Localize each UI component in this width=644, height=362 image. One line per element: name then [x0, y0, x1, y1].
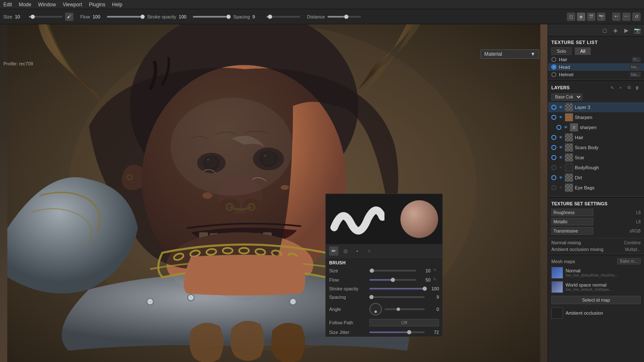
layer-radio-layer3[interactable]: [551, 105, 556, 110]
menu-help[interactable]: Help: [112, 2, 122, 8]
layers-add-icon[interactable]: +: [617, 84, 624, 91]
texture-radio-helmet[interactable]: [551, 72, 556, 77]
layer-radio-scar[interactable]: [551, 155, 556, 160]
layer-eye-dirt[interactable]: 👁: [558, 175, 563, 180]
layer-item-scars-body[interactable]: 👁 Scars Body: [548, 142, 644, 153]
menu-viewport[interactable]: Viewport: [62, 2, 82, 8]
texture-name-helmet: Helmet: [559, 72, 627, 77]
layer-eye-eyebags[interactable]: 👁: [558, 185, 563, 190]
layers-copy-icon[interactable]: ⧉: [626, 84, 632, 91]
layer-item-sharpen-sub[interactable]: 👁 S sharpen: [548, 122, 644, 132]
brush-size-edit-icon[interactable]: ✎: [433, 268, 439, 274]
spacing-slider[interactable]: [267, 16, 300, 18]
layer-item-dirt[interactable]: 👁 Dirt: [548, 173, 644, 183]
layer-radio-sharpen[interactable]: [551, 115, 556, 120]
layer-radio-scars-body[interactable]: [551, 145, 556, 150]
layer-item-sharpen[interactable]: 👁 Sharpen: [548, 112, 644, 122]
bake-button[interactable]: Bake m...: [617, 258, 641, 264]
viewport-dropdown-value: Material: [484, 51, 502, 57]
brush-square-icon[interactable]: ▪: [353, 246, 362, 256]
tab-all[interactable]: All: [575, 47, 591, 55]
material-view-icon[interactable]: ◈: [577, 13, 585, 21]
layer-radio-dirt[interactable]: [551, 175, 556, 180]
mesh-map-ao[interactable]: Ambient occlusion: [548, 306, 644, 320]
layer-item-layer3[interactable]: 👁 Layer 3: [548, 102, 644, 112]
viewport-dropdown[interactable]: Material ▼: [480, 49, 539, 59]
layer-item-hair[interactable]: 👁 Hair: [548, 132, 644, 142]
brush-follow-path-bar[interactable]: Off: [369, 319, 439, 326]
layer-item-scar[interactable]: 👁 Scar: [548, 153, 644, 163]
spacing-value: 9: [252, 14, 264, 19]
right-panel: ◻ ◈ ▶ 📷 TEXTURE SET LIST Solo All Hair T…: [548, 24, 644, 362]
brush-erase-icon[interactable]: ◎: [341, 246, 350, 256]
spacing-group: Spacing 9: [233, 14, 300, 19]
layer-item-eyebags[interactable]: 👁 Eye Bags: [548, 183, 644, 193]
layer-eye-scars-body[interactable]: 👁: [558, 145, 563, 150]
brush-circle-icon[interactable]: ○: [364, 246, 374, 256]
texture-item-helmet[interactable]: Helmet Ma...: [548, 71, 644, 78]
mesh-map-worldnormal[interactable]: World space normal low_low_default_orldS…: [548, 280, 644, 294]
render-icon[interactable]: 📷: [597, 13, 605, 21]
panel-folder-icon[interactable]: ◻: [600, 26, 609, 34]
layer-eye-hair[interactable]: 👁: [558, 135, 563, 140]
transmissive-input[interactable]: [551, 227, 593, 235]
texture-radio-hair[interactable]: [551, 57, 556, 62]
roughness-input[interactable]: [551, 209, 593, 216]
texture-item-hair[interactable]: Hair Tr...: [548, 56, 644, 63]
layer-eye-sharpen[interactable]: 👁: [558, 115, 563, 120]
brush-size-row: Size 10 ✎: [326, 266, 442, 275]
layer-radio-eyebags[interactable]: [551, 185, 556, 190]
flip-h-icon[interactable]: ⬷: [612, 13, 621, 21]
layer-thumb-dirt: [565, 173, 573, 182]
menu-edit[interactable]: Edit: [3, 2, 12, 8]
orc-svg: [0, 24, 548, 362]
mesh-map-normal[interactable]: Normal low_low_defaultMat_MeshNo...: [548, 266, 644, 280]
menu-mode[interactable]: Mode: [19, 2, 31, 8]
stroke-opacity-slider[interactable]: [193, 16, 226, 18]
base-layer-select: Base Cok: [551, 93, 641, 101]
layer-eye-sharpen-sub[interactable]: 👁: [563, 125, 568, 130]
brush-paint-icon[interactable]: ✏: [329, 246, 338, 256]
brush-flow-edit-icon[interactable]: ✎: [433, 277, 439, 283]
texture-radio-head[interactable]: [551, 65, 556, 70]
select-id-map-button[interactable]: Select id map: [551, 296, 641, 304]
3d-view-icon[interactable]: ◻: [567, 13, 575, 21]
brush-size-jitter-slider[interactable]: [369, 331, 425, 333]
layer-radio-sharpen-sub[interactable]: [556, 125, 561, 130]
layer-radio-bodyrough[interactable]: [551, 165, 556, 170]
panel-material-icon[interactable]: ◈: [611, 26, 620, 34]
layers-edit-icon[interactable]: ✎: [609, 84, 615, 91]
panel-camera-icon[interactable]: 📷: [633, 26, 641, 34]
brush-stroke-opacity-slider[interactable]: [369, 288, 425, 290]
brush-spacing-slider[interactable]: [369, 296, 425, 298]
size-slider[interactable]: [29, 16, 62, 18]
size-group: Size 10 🖌: [3, 13, 73, 21]
texture-item-head[interactable]: Head Ma...: [548, 63, 644, 71]
camera-view-icon[interactable]: 🎬: [587, 13, 595, 21]
base-layer-dropdown[interactable]: Base Cok: [551, 93, 582, 101]
brush-angle-slider[interactable]: [384, 308, 425, 310]
distance-slider[interactable]: [327, 16, 361, 18]
layer-eye-scar[interactable]: 👁: [558, 155, 563, 160]
brush-angle-dial[interactable]: [369, 303, 382, 315]
layer-eye-bodyrough[interactable]: 👁: [558, 165, 563, 170]
menu-plugins[interactable]: Plugins: [89, 2, 105, 8]
layers-delete-icon[interactable]: 🗑: [634, 84, 641, 91]
flow-slider[interactable]: [107, 16, 140, 18]
brush-icon[interactable]: 🖌: [65, 13, 73, 21]
viewport[interactable]: Profile: rec709 Material ▼: [0, 24, 548, 362]
brush-size-value: 10: [419, 268, 431, 273]
layer-radio-hair[interactable]: [551, 135, 556, 140]
svg-point-41: [281, 185, 289, 190]
layer-item-bodyrough[interactable]: 👁 BodyRough: [548, 163, 644, 173]
brush-size-slider[interactable]: [369, 270, 416, 272]
brush-flow-slider[interactable]: [369, 279, 416, 281]
layer-eye-layer3[interactable]: 👁: [558, 105, 563, 110]
panel-video-icon[interactable]: ▶: [622, 26, 631, 34]
mesh-map-thumb-normal: [551, 267, 563, 279]
flip-v-icon[interactable]: ⬸: [622, 13, 631, 21]
rotate-icon[interactable]: ↺: [632, 13, 641, 21]
metallic-input[interactable]: [551, 218, 593, 225]
menu-window[interactable]: Window: [38, 2, 56, 8]
tab-solo[interactable]: Solo: [551, 47, 571, 55]
